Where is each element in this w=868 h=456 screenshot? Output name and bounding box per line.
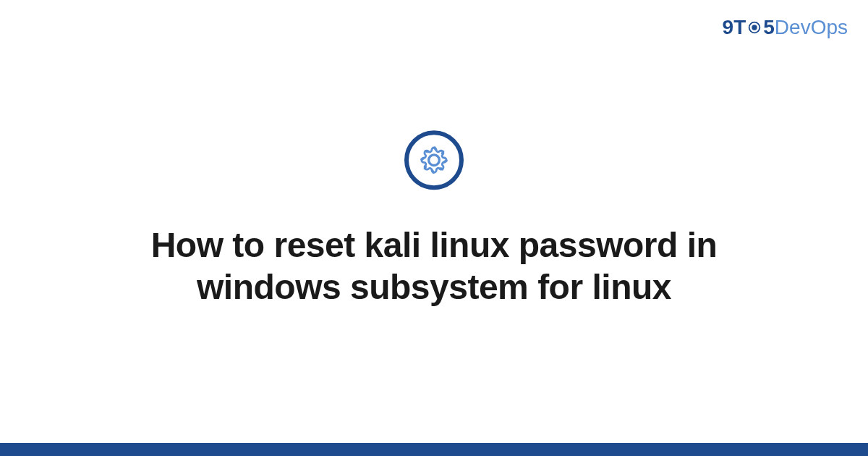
svg-point-1	[753, 25, 757, 30]
logo-text-5: 5	[763, 16, 775, 39]
page-title: How to reset kali linux password in wind…	[98, 224, 770, 308]
gear-icon-circle	[404, 130, 464, 190]
logo-text-9t: 9T	[723, 16, 746, 39]
main-content: How to reset kali linux password in wind…	[0, 130, 868, 308]
logo-gear-icon	[746, 20, 762, 35]
logo-text-devops: DevOps	[775, 16, 848, 39]
brand-logo: 9T 5 DevOps	[723, 16, 848, 39]
footer-bar	[0, 443, 868, 456]
gear-icon	[418, 144, 450, 176]
